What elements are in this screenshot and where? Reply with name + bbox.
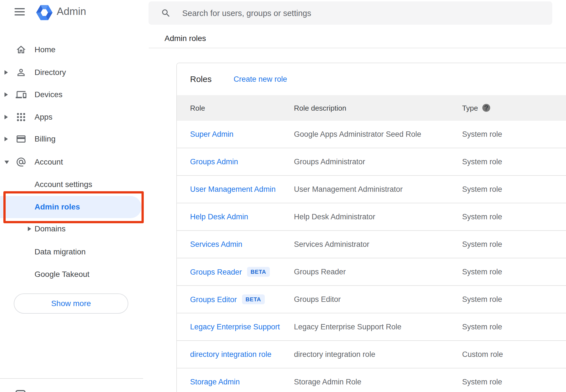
table-row: Super Admin Google Apps Administrator Se… <box>177 121 566 148</box>
home-icon <box>16 44 26 55</box>
role-type: Custom role <box>462 350 503 359</box>
role-description: Groups Editor <box>294 295 341 304</box>
person-icon <box>16 67 26 78</box>
beta-badge: BETA <box>242 295 265 304</box>
role-type: System role <box>462 213 502 221</box>
role-link[interactable]: directory integration role <box>190 350 271 359</box>
sidebar-item-directory[interactable]: Directory <box>0 61 143 84</box>
role-link[interactable]: Legacy Enterprise Support <box>190 323 280 331</box>
role-type: System role <box>462 130 502 139</box>
column-header-description: Role description <box>294 104 346 112</box>
role-description: Storage Admin Role <box>294 378 361 386</box>
table-row: User Management Admin User Management Ad… <box>177 176 566 203</box>
sidebar-item-label: Domains <box>35 224 65 233</box>
beta-badge: BETA <box>247 267 270 277</box>
column-header-role: Role <box>190 104 205 112</box>
expand-arrow-icon[interactable] <box>4 92 8 97</box>
role-description: Legacy Enterprise Support Role <box>294 323 401 331</box>
search-icon <box>161 8 171 18</box>
role-link[interactable]: Storage Admin <box>190 378 240 386</box>
role-description: User Management Administrator <box>294 185 403 194</box>
at-sign-icon <box>16 157 26 167</box>
role-description: Groups Administrator <box>294 158 365 166</box>
breadcrumb: Admin roles <box>165 34 206 43</box>
app-title: Admin <box>57 6 86 17</box>
expand-arrow-icon[interactable] <box>4 70 8 75</box>
sidebar-item-label: Home <box>35 45 56 54</box>
google-admin-logo-icon <box>36 5 53 20</box>
role-description: Services Administrator <box>294 240 369 249</box>
expand-arrow-icon[interactable] <box>28 227 31 231</box>
credit-card-icon <box>16 134 26 144</box>
role-link[interactable]: Groups EditorBETA <box>190 295 265 304</box>
sidebar-divider <box>0 378 143 379</box>
role-type: System role <box>462 185 502 194</box>
sidebar-item-data-migration[interactable]: Data migration <box>0 241 143 263</box>
sidebar-item-label: Account <box>35 158 63 167</box>
role-link[interactable]: Groups ReaderBETA <box>190 267 270 277</box>
create-new-role-link[interactable]: Create new role <box>234 75 287 84</box>
role-type: System role <box>462 240 502 249</box>
search-bar <box>149 1 552 25</box>
role-type: System role <box>462 158 502 166</box>
role-description: Help Desk Administrator <box>294 213 375 221</box>
sidebar-item-home[interactable]: Home <box>0 38 143 61</box>
sidebar-item-admin-roles[interactable]: Admin roles <box>0 196 143 218</box>
role-description: directory integration role <box>294 350 375 359</box>
role-link[interactable]: Groups Admin <box>190 158 238 166</box>
sidebar-item-domains[interactable]: Domains <box>0 218 143 240</box>
roles-card: Roles Create new role Role Role descript… <box>176 63 566 392</box>
sidebar-item-label: Account settings <box>35 180 92 189</box>
table-row: Legacy Enterprise Support Legacy Enterpr… <box>177 313 566 341</box>
table-row: Help Desk Admin Help Desk Administrator … <box>177 203 566 231</box>
sidebar-item-label: Google Takeout <box>35 270 90 279</box>
devices-icon <box>16 89 26 100</box>
table-row: Groups ReaderBETA Groups Reader System r… <box>177 258 566 286</box>
collapse-arrow-icon[interactable] <box>4 161 9 164</box>
sidebar-item-label: Admin roles <box>35 202 80 211</box>
role-link[interactable]: Super Admin <box>190 130 234 139</box>
table-row: Groups Admin Groups Administrator System… <box>177 148 566 176</box>
help-icon[interactable]: ? <box>482 104 490 112</box>
sidebar-item-account-settings[interactable]: Account settings <box>0 173 143 196</box>
sidebar-item-label: Directory <box>35 68 66 77</box>
role-type: System role <box>462 268 502 276</box>
column-header-type: Type <box>462 104 478 112</box>
show-more-button[interactable]: Show more <box>14 293 128 314</box>
show-more-label: Show more <box>51 299 91 308</box>
header-divider <box>149 48 566 48</box>
apps-grid-icon <box>16 112 26 122</box>
table-row: Groups EditorBETA Groups Editor System r… <box>177 286 566 313</box>
clipped-bottom-icon <box>15 390 26 392</box>
hamburger-menu-icon[interactable] <box>15 8 25 15</box>
roles-card-header: Roles Create new role <box>177 63 566 95</box>
sidebar-item-account[interactable]: Account <box>0 151 143 173</box>
table-header-row: Role Role description Type ? <box>177 95 566 121</box>
sidebar-item-google-takeout[interactable]: Google Takeout <box>0 263 143 286</box>
role-link[interactable]: Help Desk Admin <box>190 213 248 221</box>
sidebar-item-label: Billing <box>35 135 56 143</box>
sidebar-item-label: Devices <box>35 90 63 99</box>
sidebar-item-label: Data migration <box>35 247 86 256</box>
expand-arrow-icon[interactable] <box>4 137 8 141</box>
table-row: Storage Admin Storage Admin Role System … <box>177 368 566 392</box>
role-type: System role <box>462 323 502 331</box>
expand-arrow-icon[interactable] <box>4 115 8 119</box>
role-description: Groups Reader <box>294 268 346 276</box>
sidebar-item-apps[interactable]: Apps <box>0 106 143 128</box>
role-description: Google Apps Administrator Seed Role <box>294 130 421 139</box>
sidebar-item-label: Apps <box>35 113 53 122</box>
sidebar-item-devices[interactable]: Devices <box>0 83 143 106</box>
sidebar-item-billing[interactable]: Billing <box>0 128 143 150</box>
search-input[interactable] <box>182 1 542 25</box>
role-link[interactable]: Services Admin <box>190 240 242 249</box>
help-glyph: ? <box>484 104 489 112</box>
role-type: System role <box>462 378 502 386</box>
admin-console-screen: Admin Admin roles Home Directory Devices <box>0 0 566 392</box>
role-type: System role <box>462 295 502 304</box>
section-title: Roles <box>190 74 212 84</box>
table-row: directory integration role directory int… <box>177 341 566 368</box>
role-link[interactable]: User Management Admin <box>190 185 276 194</box>
table-row: Services Admin Services Administrator Sy… <box>177 231 566 258</box>
